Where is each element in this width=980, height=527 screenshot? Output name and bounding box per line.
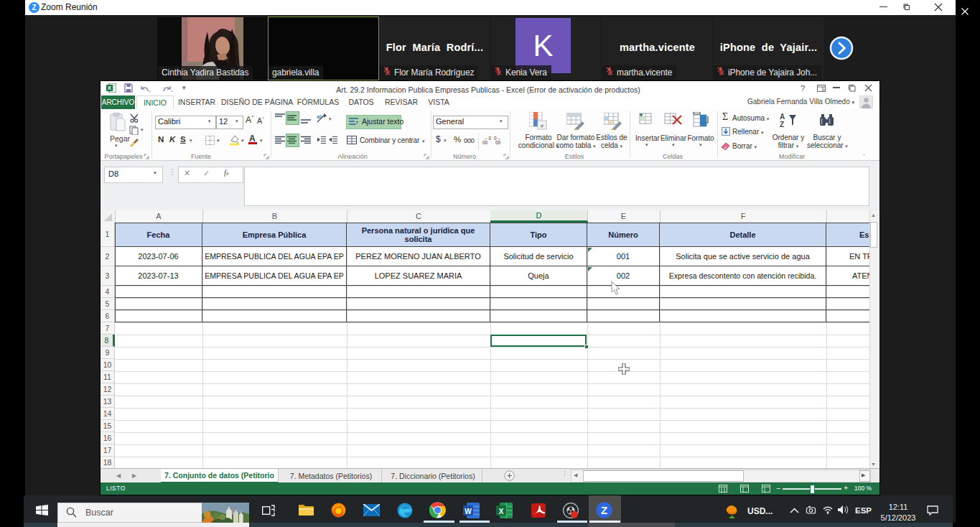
svg-text:X: X	[108, 85, 112, 91]
svg-text:00: 00	[482, 140, 488, 144]
svg-text:X: X	[499, 508, 504, 516]
svg-text:Z: Z	[601, 504, 607, 516]
svg-text:Z: Z	[32, 4, 36, 11]
svg-text:ab: ab	[317, 114, 322, 119]
svg-text:00: 00	[495, 140, 501, 144]
svg-text:A: A	[780, 113, 785, 121]
svg-text:≠: ≠	[541, 123, 544, 129]
svg-text:W: W	[465, 508, 472, 516]
svg-text:Z: Z	[780, 121, 784, 129]
